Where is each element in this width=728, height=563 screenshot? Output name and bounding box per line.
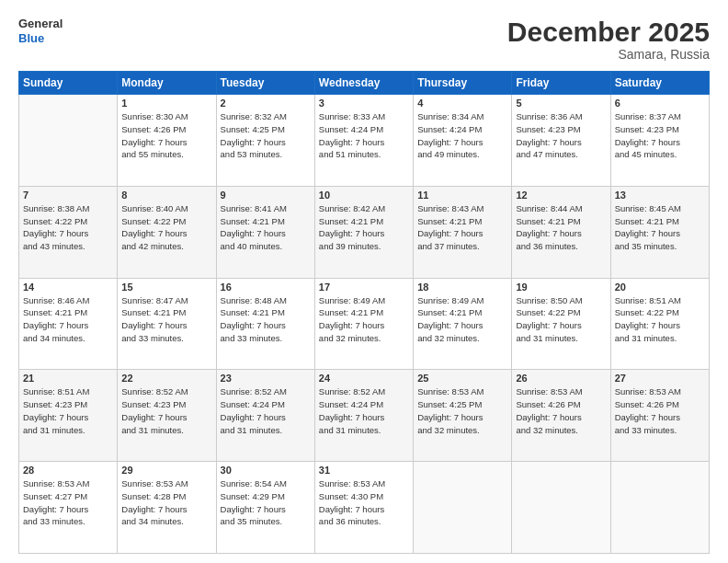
calendar-header-row: Sunday Monday Tuesday Wednesday Thursday…: [19, 72, 710, 95]
table-row: 21Sunrise: 8:51 AMSunset: 4:23 PMDayligh…: [19, 370, 118, 462]
day-number: 11: [417, 190, 507, 201]
day-info: Sunrise: 8:37 AMSunset: 4:23 PMDaylight:…: [615, 110, 705, 161]
col-wednesday: Wednesday: [314, 72, 413, 95]
table-row: 20Sunrise: 8:51 AMSunset: 4:22 PMDayligh…: [610, 278, 709, 370]
day-info: Sunrise: 8:53 AMSunset: 4:28 PMDaylight:…: [121, 477, 211, 528]
col-saturday: Saturday: [610, 72, 709, 95]
col-monday: Monday: [118, 72, 216, 95]
table-row: 5Sunrise: 8:36 AMSunset: 4:23 PMDaylight…: [512, 95, 610, 187]
logo: General Blue General Blue: [18, 17, 63, 45]
day-info: Sunrise: 8:54 AMSunset: 4:29 PMDaylight:…: [221, 477, 311, 528]
table-row: 7Sunrise: 8:38 AMSunset: 4:22 PMDaylight…: [19, 186, 118, 278]
day-info: Sunrise: 8:51 AMSunset: 4:22 PMDaylight:…: [615, 294, 705, 345]
day-number: 30: [221, 465, 311, 476]
day-info: Sunrise: 8:36 AMSunset: 4:23 PMDaylight:…: [516, 110, 606, 161]
day-info: Sunrise: 8:50 AMSunset: 4:22 PMDaylight:…: [516, 294, 606, 345]
day-info: Sunrise: 8:49 AMSunset: 4:21 PMDaylight:…: [319, 294, 409, 345]
day-number: 31: [319, 465, 409, 476]
table-row: 3Sunrise: 8:33 AMSunset: 4:24 PMDaylight…: [314, 95, 413, 187]
table-row: 17Sunrise: 8:49 AMSunset: 4:21 PMDayligh…: [314, 278, 413, 370]
day-info: Sunrise: 8:53 AMSunset: 4:26 PMDaylight:…: [615, 385, 705, 436]
day-number: 26: [516, 373, 606, 384]
day-number: 13: [615, 190, 705, 201]
day-number: 27: [615, 373, 705, 384]
table-row: 1Sunrise: 8:30 AMSunset: 4:26 PMDaylight…: [118, 95, 216, 187]
table-row: 13Sunrise: 8:45 AMSunset: 4:21 PMDayligh…: [610, 186, 709, 278]
day-info: Sunrise: 8:34 AMSunset: 4:24 PMDaylight:…: [417, 110, 507, 161]
calendar-table: Sunday Monday Tuesday Wednesday Thursday…: [18, 71, 710, 554]
col-friday: Friday: [512, 72, 610, 95]
table-row: 26Sunrise: 8:53 AMSunset: 4:26 PMDayligh…: [512, 370, 610, 462]
title-block: December 2025 Samara, Russia: [507, 17, 710, 62]
day-info: Sunrise: 8:45 AMSunset: 4:21 PMDaylight:…: [615, 202, 705, 253]
day-number: 23: [221, 373, 311, 384]
table-row: 4Sunrise: 8:34 AMSunset: 4:24 PMDaylight…: [414, 95, 512, 187]
day-number: 16: [221, 282, 311, 293]
col-tuesday: Tuesday: [216, 72, 314, 95]
day-info: Sunrise: 8:53 AMSunset: 4:26 PMDaylight:…: [516, 385, 606, 436]
day-info: Sunrise: 8:42 AMSunset: 4:21 PMDaylight:…: [319, 202, 409, 253]
day-info: Sunrise: 8:52 AMSunset: 4:24 PMDaylight:…: [319, 385, 409, 436]
day-info: Sunrise: 8:41 AMSunset: 4:21 PMDaylight:…: [221, 202, 311, 253]
table-row: 29Sunrise: 8:53 AMSunset: 4:28 PMDayligh…: [118, 462, 216, 554]
table-row: 19Sunrise: 8:50 AMSunset: 4:22 PMDayligh…: [512, 278, 610, 370]
day-info: Sunrise: 8:53 AMSunset: 4:30 PMDaylight:…: [319, 477, 409, 528]
header: General Blue General Blue December 2025 …: [18, 17, 710, 62]
table-row: 8Sunrise: 8:40 AMSunset: 4:22 PMDaylight…: [118, 186, 216, 278]
table-row: 14Sunrise: 8:46 AMSunset: 4:21 PMDayligh…: [19, 278, 118, 370]
calendar-week-row: 14Sunrise: 8:46 AMSunset: 4:21 PMDayligh…: [19, 278, 710, 370]
day-info: Sunrise: 8:52 AMSunset: 4:23 PMDaylight:…: [121, 385, 211, 436]
day-info: Sunrise: 8:53 AMSunset: 4:27 PMDaylight:…: [23, 477, 113, 528]
day-number: 9: [221, 190, 311, 201]
day-info: Sunrise: 8:48 AMSunset: 4:21 PMDaylight:…: [221, 294, 311, 345]
table-row: 11Sunrise: 8:43 AMSunset: 4:21 PMDayligh…: [414, 186, 512, 278]
day-info: Sunrise: 8:51 AMSunset: 4:23 PMDaylight:…: [23, 385, 113, 436]
day-number: 3: [319, 98, 409, 109]
table-row: 15Sunrise: 8:47 AMSunset: 4:21 PMDayligh…: [118, 278, 216, 370]
table-row: 25Sunrise: 8:53 AMSunset: 4:25 PMDayligh…: [414, 370, 512, 462]
table-row: 18Sunrise: 8:49 AMSunset: 4:21 PMDayligh…: [414, 278, 512, 370]
table-row: [19, 95, 118, 187]
day-number: 2: [221, 98, 311, 109]
table-row: 28Sunrise: 8:53 AMSunset: 4:27 PMDayligh…: [19, 462, 118, 554]
table-row: 6Sunrise: 8:37 AMSunset: 4:23 PMDaylight…: [610, 95, 709, 187]
day-number: 21: [23, 373, 113, 384]
day-number: 20: [615, 282, 705, 293]
day-info: Sunrise: 8:52 AMSunset: 4:24 PMDaylight:…: [221, 385, 311, 436]
day-number: 5: [516, 98, 606, 109]
calendar-week-row: 7Sunrise: 8:38 AMSunset: 4:22 PMDaylight…: [19, 186, 710, 278]
location: Samara, Russia: [507, 47, 710, 62]
day-info: Sunrise: 8:40 AMSunset: 4:22 PMDaylight:…: [121, 202, 211, 253]
day-number: 29: [121, 465, 211, 476]
day-number: 15: [121, 282, 211, 293]
col-sunday: Sunday: [19, 72, 118, 95]
calendar-week-row: 1Sunrise: 8:30 AMSunset: 4:26 PMDaylight…: [19, 95, 710, 187]
table-row: 27Sunrise: 8:53 AMSunset: 4:26 PMDayligh…: [610, 370, 709, 462]
day-number: 14: [23, 282, 113, 293]
day-number: 18: [417, 282, 507, 293]
table-row: 12Sunrise: 8:44 AMSunset: 4:21 PMDayligh…: [512, 186, 610, 278]
day-number: 22: [121, 373, 211, 384]
day-number: 28: [23, 465, 113, 476]
table-row: [414, 462, 512, 554]
table-row: 30Sunrise: 8:54 AMSunset: 4:29 PMDayligh…: [216, 462, 314, 554]
day-number: 17: [319, 282, 409, 293]
page: General Blue General Blue December 2025 …: [0, 0, 728, 563]
table-row: 2Sunrise: 8:32 AMSunset: 4:25 PMDaylight…: [216, 95, 314, 187]
day-number: 1: [121, 98, 211, 109]
calendar-week-row: 21Sunrise: 8:51 AMSunset: 4:23 PMDayligh…: [19, 370, 710, 462]
day-number: 4: [417, 98, 507, 109]
day-info: Sunrise: 8:33 AMSunset: 4:24 PMDaylight:…: [319, 110, 409, 161]
month-title: December 2025: [507, 17, 710, 47]
day-number: 6: [615, 98, 705, 109]
col-thursday: Thursday: [414, 72, 512, 95]
table-row: 9Sunrise: 8:41 AMSunset: 4:21 PMDaylight…: [216, 186, 314, 278]
table-row: 22Sunrise: 8:52 AMSunset: 4:23 PMDayligh…: [118, 370, 216, 462]
day-info: Sunrise: 8:43 AMSunset: 4:21 PMDaylight:…: [417, 202, 507, 253]
day-info: Sunrise: 8:30 AMSunset: 4:26 PMDaylight:…: [121, 110, 211, 161]
day-info: Sunrise: 8:44 AMSunset: 4:21 PMDaylight:…: [516, 202, 606, 253]
table-row: [512, 462, 610, 554]
table-row: [610, 462, 709, 554]
calendar-week-row: 28Sunrise: 8:53 AMSunset: 4:27 PMDayligh…: [19, 462, 710, 554]
day-number: 19: [516, 282, 606, 293]
